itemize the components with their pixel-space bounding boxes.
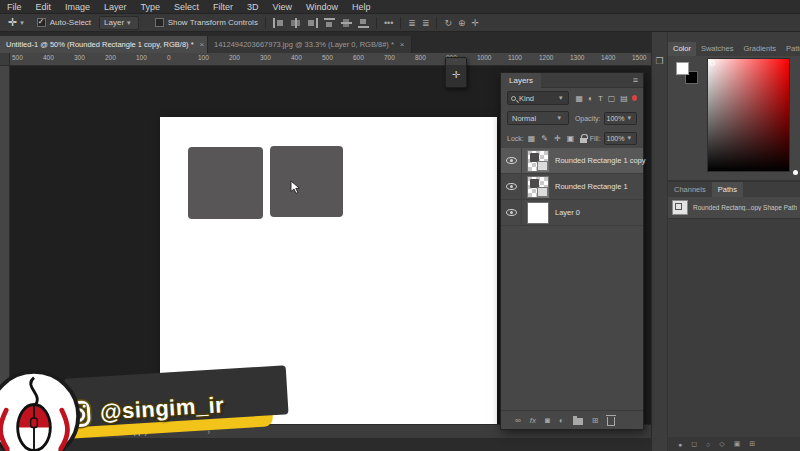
widget-grip[interactable]: ∙∙ xyxy=(446,58,466,65)
hue-slider-handle[interactable] xyxy=(793,170,798,175)
auto-select-target-dropdown[interactable]: Layer ▾ xyxy=(99,16,139,30)
filter-toggle-icon[interactable] xyxy=(632,95,637,101)
layer-row-rounded-rectangle-1[interactable]: Rounded Rectangle 1 xyxy=(501,174,643,200)
load-selection-icon[interactable]: ○ xyxy=(706,441,710,448)
3d-orbit-icon[interactable]: ↻ xyxy=(444,18,452,28)
path-item[interactable]: Rounded Rectang...opy Shape Path xyxy=(668,197,800,219)
lock-position-icon[interactable]: ✛ xyxy=(554,134,561,143)
align-v-center-icon[interactable] xyxy=(341,18,352,28)
visibility-cell[interactable] xyxy=(501,200,522,226)
fill-path-icon[interactable]: ● xyxy=(678,441,682,448)
link-layers-icon[interactable]: ∞ xyxy=(515,416,521,425)
picker-marker[interactable] xyxy=(710,61,715,66)
rounded-rectangle-1[interactable] xyxy=(188,147,263,219)
horizontal-ruler[interactable]: 5004003002001000100200300400500600700800… xyxy=(10,53,651,66)
collapse-panel-icon[interactable]: ❐ xyxy=(652,56,667,66)
align-options-icon[interactable]: ••• xyxy=(384,18,393,28)
filter-pixel-icon[interactable]: ▦ xyxy=(575,94,583,103)
visibility-cell[interactable] xyxy=(501,174,522,200)
eye-icon[interactable] xyxy=(506,209,517,216)
delete-layer-icon[interactable] xyxy=(607,417,615,426)
foreground-color-swatch[interactable] xyxy=(676,62,689,75)
3d-slide-icon[interactable]: ✛ xyxy=(472,18,480,28)
align-left-icon[interactable] xyxy=(273,18,284,28)
3d-pan-icon[interactable]: ⊕ xyxy=(458,18,466,28)
lock-transparency-icon[interactable]: ▦ xyxy=(528,134,536,143)
lock-all-icon[interactable] xyxy=(580,138,587,143)
new-group-icon[interactable] xyxy=(573,418,583,425)
panel-menu-icon[interactable]: ≡ xyxy=(633,75,638,85)
eye-icon[interactable] xyxy=(506,183,517,190)
align-top-icon[interactable] xyxy=(324,18,335,28)
eye-icon[interactable] xyxy=(506,157,517,164)
fg-bg-swatches[interactable] xyxy=(676,62,700,86)
distribute-horizontal-icon[interactable]: ≣ xyxy=(422,18,430,28)
menu-item[interactable]: Help xyxy=(345,2,378,12)
filter-shape-icon[interactable]: ▢ xyxy=(608,94,616,103)
menu-item[interactable]: View xyxy=(266,2,299,12)
show-transform-checkbox[interactable] xyxy=(155,18,164,27)
align-bottom-icon[interactable] xyxy=(358,18,369,28)
dropdown-caret-icon: ▾ xyxy=(627,134,631,142)
fill-field[interactable]: 100% ▾ xyxy=(604,132,637,145)
align-h-center-icon[interactable] xyxy=(290,18,301,28)
divider xyxy=(265,17,266,29)
layer-row-rounded-rectangle-1-copy[interactable]: Rounded Rectangle 1 copy xyxy=(501,148,643,174)
document-tab-inactive[interactable]: 1412494203667973.jpg @ 33.3% (Layer 0, R… xyxy=(208,36,412,53)
layer-style-icon[interactable]: fx xyxy=(530,416,536,425)
close-icon[interactable]: × xyxy=(200,40,205,49)
floating-panel-widget[interactable]: ∙∙ ✛ xyxy=(445,57,467,88)
lock-artboard-icon[interactable]: ▣ xyxy=(567,134,575,143)
tab-color[interactable]: Color xyxy=(668,42,696,56)
align-right-icon[interactable] xyxy=(307,18,318,28)
menu-item[interactable]: Edit xyxy=(29,2,59,12)
opacity-field[interactable]: 100% ▾ xyxy=(604,112,637,125)
lock-paint-icon[interactable]: ✎ xyxy=(541,134,548,143)
layer-thumbnail[interactable] xyxy=(527,202,549,224)
layer-thumbnail[interactable] xyxy=(527,176,549,198)
menu-item[interactable]: File xyxy=(0,2,29,12)
filter-smart-object-icon[interactable]: ▤ xyxy=(620,94,628,103)
layers-tab[interactable]: Layers xyxy=(501,73,541,88)
document-tab-active[interactable]: Untitled-1 @ 50% (Rounded Rectangle 1 co… xyxy=(0,36,208,53)
tab-gradients[interactable]: Gradients xyxy=(738,42,781,56)
tool-preset-caret-icon[interactable]: ▾ xyxy=(20,19,24,27)
stroke-path-icon[interactable]: ◻ xyxy=(691,440,697,448)
tab-channels[interactable]: Channels xyxy=(668,182,712,197)
menu-item[interactable]: 3D xyxy=(240,2,266,12)
auto-select-checkbox[interactable] xyxy=(37,18,46,27)
menu-item[interactable]: Select xyxy=(167,2,206,12)
add-mask-icon[interactable]: ◙ xyxy=(545,416,550,425)
rounded-rectangle-1-copy[interactable] xyxy=(270,146,343,217)
distribute-vertical-icon[interactable]: ≣ xyxy=(408,18,416,28)
move-tool-icon[interactable]: ✛ xyxy=(8,16,17,29)
close-icon[interactable]: × xyxy=(400,40,405,49)
visibility-cell[interactable] xyxy=(501,148,522,174)
shape-from-path-icon[interactable]: ▣ xyxy=(734,440,741,448)
filter-type-icon[interactable]: T xyxy=(598,94,603,103)
menu-item[interactable]: Layer xyxy=(97,2,134,12)
tab-swatches[interactable]: Swatches xyxy=(696,42,739,56)
layer-filter-dropdown[interactable]: Kind ▾ xyxy=(507,91,569,105)
align-icons-group xyxy=(273,18,369,28)
tab-paths[interactable]: Paths xyxy=(712,182,743,197)
menu-item[interactable]: Filter xyxy=(206,2,240,12)
menu-item[interactable]: Image xyxy=(58,2,97,12)
new-layer-icon[interactable]: ⊞ xyxy=(592,416,599,425)
ruler-label: 100 xyxy=(136,53,167,61)
path-mask-icon[interactable]: ◇ xyxy=(719,440,724,448)
layer-row-layer-0[interactable]: Layer 0 xyxy=(501,200,643,226)
blend-mode-dropdown[interactable]: Normal ▾ xyxy=(507,111,569,125)
menu-item[interactable]: Window xyxy=(299,2,345,12)
layer-thumbnail[interactable] xyxy=(527,150,549,172)
tab-patterns[interactable]: Patterns xyxy=(781,42,800,56)
widget-tool-icon[interactable]: ✛ xyxy=(446,65,466,85)
menu-item[interactable]: Type xyxy=(134,2,168,12)
layer-name: Rounded Rectangle 1 xyxy=(555,182,628,191)
new-path-icon[interactable]: ⊞ xyxy=(749,440,755,448)
adjustment-layer-icon[interactable]: ◐ xyxy=(559,416,564,425)
saturation-brightness-picker[interactable] xyxy=(707,58,790,172)
layers-panel: Layers ≡ Kind ▾ ▦ ◐ T ▢ ▤ Normal ▾ Opa xyxy=(500,72,644,430)
filter-adjustment-icon[interactable]: ◐ xyxy=(588,94,593,103)
ruler-label: 1100 xyxy=(508,53,539,61)
